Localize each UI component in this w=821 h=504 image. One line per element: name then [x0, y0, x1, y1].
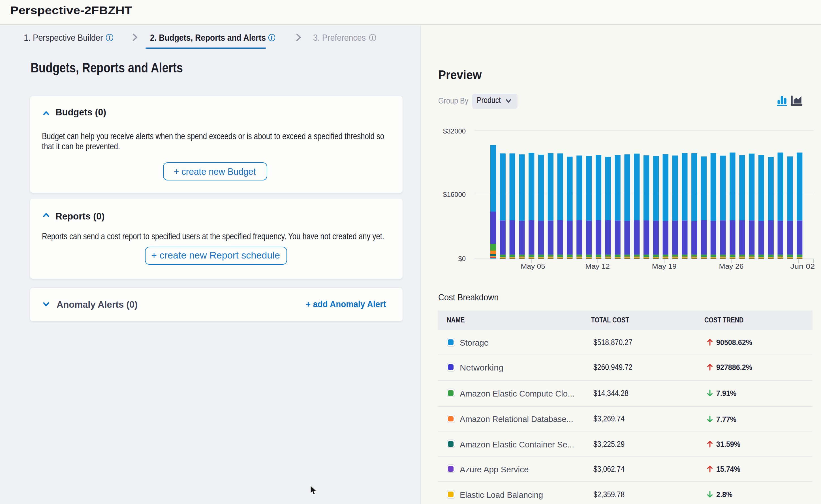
svg-text:Jun 02: Jun 02: [790, 262, 815, 270]
svg-text:May 05: May 05: [521, 262, 545, 270]
svg-text:$0: $0: [458, 255, 466, 262]
svg-text:May 26: May 26: [719, 262, 744, 270]
svg-text:May 19: May 19: [652, 262, 677, 270]
svg-text:$16000: $16000: [443, 191, 466, 198]
svg-text:May 12: May 12: [585, 262, 610, 270]
svg-text:$32000: $32000: [443, 127, 466, 135]
